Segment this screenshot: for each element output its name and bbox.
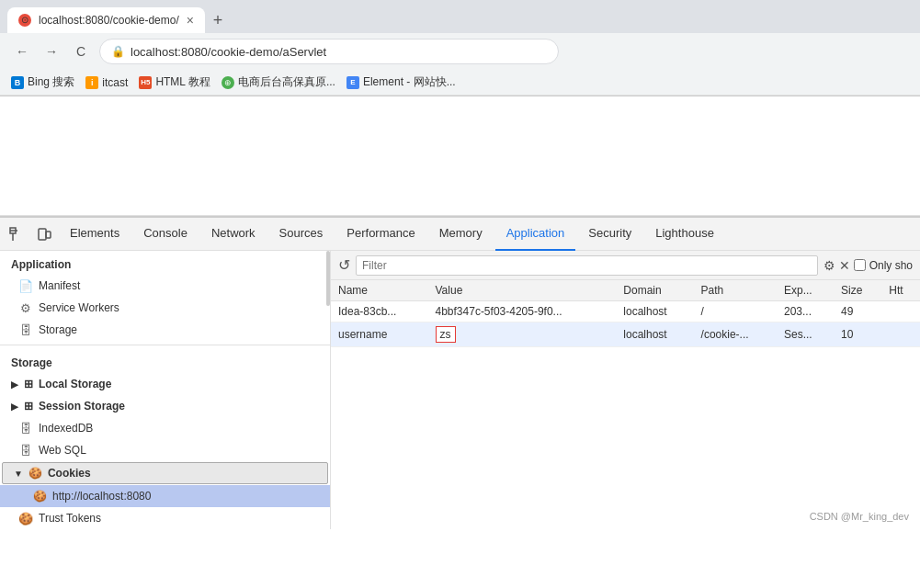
sidebar-divider-1 [0,345,330,345]
tab-application[interactable]: Application [495,218,576,251]
tab-memory[interactable]: Memory [428,218,494,251]
forward-button[interactable]: → [40,40,62,62]
bookmark-element[interactable]: E Element - 网站快... [346,74,456,90]
browser-chrome: ⊙ localhost:8080/cookie-demo/ × + ← → C … [0,0,920,96]
storage-label: Storage [39,323,77,336]
tab-network[interactable]: Network [200,218,267,251]
sidebar-item-localhost-cookie[interactable]: 🍪 http://localhost:8080 [0,485,330,507]
storage-section-title: Storage [0,349,330,373]
cookie-expiry-1: 203... [777,301,834,322]
bookmark-ecom-label: 电商后台高保真原... [238,74,335,90]
cookie-size-1: 49 [834,301,881,322]
filter-bar: ↺ ⚙ ✕ Only sho [331,251,920,280]
device-toggle-icon[interactable] [31,221,57,247]
devtools-body: Application 📄 Manifest ⚙ Service Workers… [0,251,920,529]
col-http: Htt [881,280,920,301]
table-header-row: Name Value Domain Path Exp... Size Htt [331,280,920,301]
storage-icon: 🗄 [18,323,33,337]
cookie-domain-1: localhost [616,301,693,322]
manifest-icon: 📄 [18,279,33,293]
watermark: CSDN @Mr_king_dev [810,511,909,522]
cookie-path-2: /cookie-... [694,322,777,347]
service-workers-label: Service Workers [39,301,119,314]
tab-bar: ⊙ localhost:8080/cookie-demo/ × + [0,0,920,33]
trust-tokens-label: Trust Tokens [39,512,101,525]
address-bar: ← → C 🔒 localhost:8080/cookie-demo/aServ… [0,33,920,70]
tab-performance[interactable]: Performance [335,218,426,251]
bookmark-itcast-label: itcast [102,76,128,89]
sidebar-item-storage[interactable]: 🗄 Storage [0,319,330,341]
table-row[interactable]: username zs localhost /cookie-... Ses...… [331,322,920,347]
sidebar-item-session-storage[interactable]: ▶ ⊞ Session Storage [0,395,330,417]
col-domain: Domain [616,280,693,301]
svg-rect-3 [39,229,46,240]
filter-actions: ⚙ ✕ Only sho [823,258,913,273]
back-button[interactable]: ← [11,40,33,62]
cookie-value-2: zs [428,322,617,347]
bookmark-html-label: HTML 教程 [155,74,210,90]
tab-elements[interactable]: Elements [59,218,131,251]
url-bar[interactable]: 🔒 localhost:8080/cookie-demo/aServlet [99,39,559,64]
cookie-name-1: Idea-83cb... [331,301,428,322]
tab-close-button[interactable]: × [187,13,194,28]
col-name: Name [331,280,428,301]
application-sidebar: Application 📄 Manifest ⚙ Service Workers… [0,251,331,529]
trust-tokens-icon: 🍪 [18,512,33,526]
sidebar-item-local-storage[interactable]: ▶ ⊞ Local Storage [0,373,330,395]
tab-console[interactable]: Console [132,218,199,251]
cookie-value-box: zs [436,326,456,343]
lock-icon: 🔒 [111,45,125,58]
cookie-name-2: username [331,322,428,347]
tab-security[interactable]: Security [577,218,642,251]
sidebar-item-manifest[interactable]: 📄 Manifest [0,275,330,297]
cookie-value-1: 4bbf347c-5f03-4205-9f0... [428,301,617,322]
element-picker-icon[interactable] [4,221,29,247]
sidebar-item-service-workers[interactable]: ⚙ Service Workers [0,297,330,319]
cookie-path-1: / [694,301,777,322]
cookie-domain-2: localhost [616,322,693,347]
tab-sources[interactable]: Sources [268,218,335,251]
bookmark-html[interactable]: H5 HTML 教程 [139,74,210,90]
html-icon: H5 [139,76,152,89]
col-size: Size [834,280,881,301]
sidebar-item-trust-tokens[interactable]: 🍪 Trust Tokens [0,507,330,529]
session-storage-label: Session Storage [39,400,125,413]
filter-input[interactable] [356,255,818,276]
new-tab-button[interactable]: + [205,7,231,33]
sidebar-item-indexeddb[interactable]: 🗄 IndexedDB [0,417,330,439]
tab-title: localhost:8080/cookie-demo/ [39,14,179,27]
refresh-button[interactable]: C [70,40,92,62]
element-icon: E [346,76,359,89]
table-row[interactable]: Idea-83cb... 4bbf347c-5f03-4205-9f0... l… [331,301,920,322]
cookie-http-1 [881,301,920,322]
filter-clear-icon[interactable]: ✕ [839,258,850,273]
svg-rect-4 [46,232,51,238]
bookmark-element-label: Element - 网站快... [363,74,456,90]
sidebar-item-web-sql[interactable]: 🗄 Web SQL [0,439,330,461]
tab-favicon: ⊙ [18,14,31,27]
devtools-panel: Elements Console Network Sources Perform… [0,216,920,529]
filter-settings-icon[interactable]: ⚙ [823,258,835,273]
cookies-icon: 🍪 [28,467,42,480]
only-show-checkbox[interactable] [854,259,866,271]
cookies-refresh-button[interactable]: ↺ [338,256,350,274]
manifest-label: Manifest [39,279,80,292]
col-path: Path [694,280,777,301]
expand-arrow-local: ▶ [11,379,18,390]
cookies-label: Cookies [48,467,91,480]
application-section-title: Application [0,251,330,275]
bookmark-ecom[interactable]: ⊕ 电商后台高保真原... [221,74,335,90]
cookie-size-2: 10 [834,322,881,347]
web-sql-icon: 🗄 [18,444,33,458]
expand-arrow-cookies: ▼ [14,469,23,479]
cookie-http-2 [881,322,920,347]
sidebar-item-cookies[interactable]: ▼ 🍪 Cookies [2,462,328,484]
cookie-expiry-2: Ses... [777,322,834,347]
col-value: Value [428,280,617,301]
local-storage-grid-icon: ⊞ [24,378,33,390]
bookmark-itcast[interactable]: i itcast [85,76,128,89]
tab-lighthouse[interactable]: Lighthouse [644,218,725,251]
bookmark-bing[interactable]: B Bing 搜索 [11,74,74,90]
itcast-icon: i [85,76,98,89]
active-tab[interactable]: ⊙ localhost:8080/cookie-demo/ × [7,7,205,33]
